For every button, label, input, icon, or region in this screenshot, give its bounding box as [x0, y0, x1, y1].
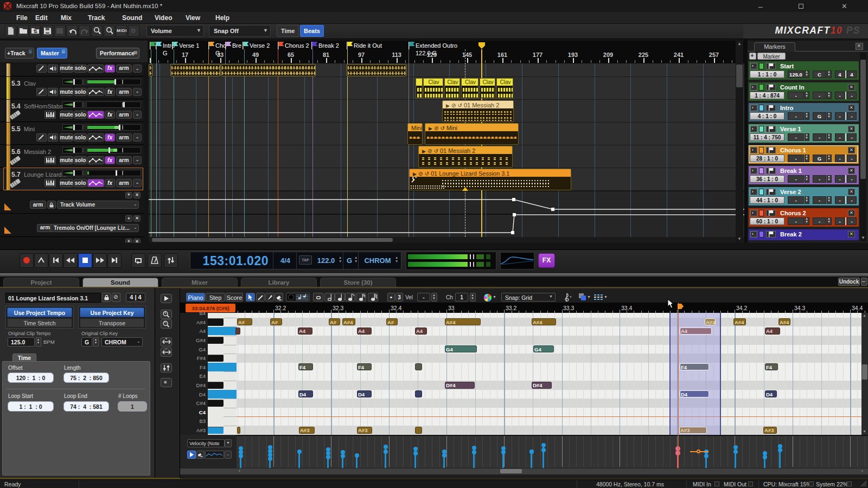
svg-text:⇅: ⇅	[33, 29, 37, 34]
svg-text:+: +	[99, 31, 101, 35]
svg-text:-: -	[111, 31, 113, 35]
